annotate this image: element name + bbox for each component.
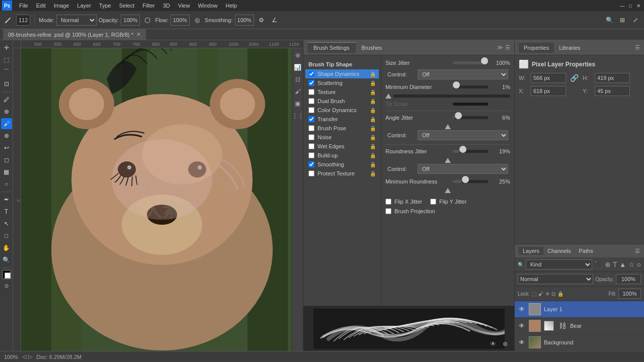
noise-item[interactable]: Noise 🔒	[305, 133, 379, 142]
restore-button[interactable]: □	[627, 2, 634, 9]
filter-btn-adj[interactable]: ⊕	[605, 260, 611, 268]
paths-tab[interactable]: Paths	[575, 247, 597, 255]
color-dynamics-checkbox[interactable]	[308, 107, 314, 113]
panel-btn-4[interactable]: 🖌	[293, 86, 303, 97]
layers-panel-menu[interactable]: ☰	[635, 248, 640, 254]
chain-icon[interactable]: 🔗	[568, 74, 581, 82]
gradient-tool[interactable]: ▦	[1, 166, 12, 177]
angle-control-select[interactable]: OffFade	[418, 130, 508, 140]
w-input[interactable]	[531, 73, 566, 83]
tilt-scale-slider-handle[interactable]	[385, 94, 391, 99]
size-control-select[interactable]: OffFadePen Pressure	[418, 69, 508, 79]
minimize-button[interactable]: —	[619, 2, 626, 9]
buildup-item[interactable]: Build-up 🔒	[305, 151, 379, 160]
bear-visibility-toggle[interactable]: 👁	[518, 322, 526, 330]
panel-btn-6[interactable]: ⋮⋮	[293, 111, 303, 121]
protect-texture-checkbox[interactable]	[308, 170, 314, 176]
eyedropper-tool[interactable]: 🖉	[1, 94, 12, 105]
panel-btn-3[interactable]: ⊡	[293, 74, 303, 84]
zoom-tool[interactable]: 🔍	[1, 254, 12, 265]
shape-dynamics-item[interactable]: Shape Dynamics 🔒	[305, 69, 379, 78]
brush-pose-checkbox[interactable]	[308, 125, 314, 131]
menu-filter[interactable]: Filter	[138, 2, 158, 10]
flow-value[interactable]: 100%	[173, 17, 187, 23]
hand-tool[interactable]: ✋	[1, 242, 12, 253]
menu-image[interactable]: Image	[50, 2, 73, 10]
angle-icon[interactable]: ∠	[269, 15, 280, 26]
preview-btn-1[interactable]: 👁	[488, 339, 498, 349]
opacity-value[interactable]: 100%	[123, 17, 137, 23]
properties-tab[interactable]: Properties	[519, 43, 554, 53]
menu-window[interactable]: Window	[194, 2, 221, 10]
wet-edges-item[interactable]: Wet Edges 🔒	[305, 142, 379, 151]
lock-artboard-icon[interactable]: ⊡	[551, 291, 555, 297]
path-select-tool[interactable]: ↖	[1, 218, 12, 229]
dual-brush-checkbox[interactable]	[308, 98, 314, 104]
brush-settings-tab[interactable]: Brush Settings	[307, 42, 356, 53]
view-icon[interactable]: ⊞	[617, 15, 628, 26]
layer-item-layer1[interactable]: 👁 Layer 1	[515, 301, 644, 318]
close-button[interactable]: ✕	[635, 2, 642, 9]
layers-tab[interactable]: Layers	[519, 247, 543, 255]
x-input[interactable]	[531, 86, 566, 96]
filter-btn-pixel[interactable]: ⬛	[594, 260, 603, 268]
texture-checkbox[interactable]	[308, 89, 314, 95]
flip-x-checkbox[interactable]	[385, 199, 391, 205]
roundness-control-select[interactable]: OffFade	[418, 164, 508, 174]
smoothing-item[interactable]: Smoothing 🔒	[305, 160, 379, 169]
smoothing-checkbox[interactable]	[308, 161, 314, 167]
color-dynamics-item[interactable]: Color Dynamics 🔒	[305, 106, 379, 115]
layer1-visibility-toggle[interactable]: 👁	[518, 305, 526, 313]
channels-tab[interactable]: Channels	[543, 247, 575, 255]
size-jitter-slider[interactable]	[453, 59, 488, 66]
bg-visibility-toggle[interactable]: 👁	[518, 338, 526, 346]
menu-type[interactable]: Type	[95, 2, 115, 10]
menu-select[interactable]: Select	[115, 2, 139, 10]
opacity-input[interactable]	[616, 274, 641, 284]
filter-btn-smart[interactable]: ☆	[628, 260, 635, 268]
flip-y-checkbox[interactable]	[430, 199, 436, 205]
layer-item-background[interactable]: 👁 Background	[515, 334, 644, 351]
scattering-item[interactable]: Scattering 🔒	[305, 78, 379, 87]
texture-item[interactable]: Texture 🔒	[305, 87, 379, 97]
h-input[interactable]	[595, 73, 630, 83]
heal-tool[interactable]: ⊕	[1, 106, 12, 117]
menu-view[interactable]: View	[174, 2, 194, 10]
noise-checkbox[interactable]	[308, 134, 314, 140]
lasso-tool[interactable]: ⌒	[1, 66, 12, 77]
menu-file[interactable]: File	[15, 2, 32, 10]
pen-tool[interactable]: ✒	[1, 194, 12, 205]
settings-icon[interactable]: ⚙	[256, 15, 267, 26]
mode-select[interactable]: Normal	[56, 15, 97, 26]
panel-expand-icon[interactable]: ≫	[497, 44, 503, 51]
dual-brush-item[interactable]: Dual Brush 🔒	[305, 97, 379, 106]
layer-filter-select[interactable]: Kind	[526, 259, 592, 269]
fill-input[interactable]	[618, 289, 641, 299]
tab-close-button[interactable]: ✕	[136, 31, 141, 38]
min-roundness-slider[interactable]	[453, 178, 488, 185]
flow-icon[interactable]: ◎	[192, 15, 203, 26]
menu-help[interactable]: Help	[222, 2, 242, 10]
brush-projection-checkbox[interactable]	[385, 208, 391, 214]
menu-edit[interactable]: Edit	[32, 2, 50, 10]
preview-btn-2[interactable]: ⊕	[500, 339, 510, 349]
search-icon[interactable]: 🔍	[604, 15, 615, 26]
move-tool[interactable]: ✛	[1, 42, 12, 53]
transfer-item[interactable]: Transfer 🔒	[305, 115, 379, 124]
eraser-tool[interactable]: ◻	[1, 154, 12, 165]
brush-tool[interactable]	[3, 15, 14, 26]
airbrush-toggle[interactable]: ⬡	[142, 15, 153, 26]
quick-mask-tool[interactable]: ⊙	[1, 280, 12, 291]
menu-layer[interactable]: Layer	[73, 2, 95, 10]
brush-pose-item[interactable]: Brush Pose 🔒	[305, 124, 379, 133]
wet-edges-checkbox[interactable]	[308, 143, 314, 149]
panel-btn-1[interactable]: ⊕	[293, 50, 303, 60]
dodge-tool[interactable]: ○	[1, 178, 12, 190]
expand-icon[interactable]: ⤢	[630, 15, 641, 26]
brushes-tab[interactable]: Brushes	[356, 43, 388, 53]
panel-btn-2[interactable]: 📊	[293, 62, 303, 72]
lock-transparent-icon[interactable]: ⬚	[532, 291, 536, 297]
lock-paint-icon[interactable]: 🖌	[538, 291, 543, 297]
scattering-checkbox[interactable]	[308, 80, 314, 86]
angle-handle[interactable]	[445, 124, 451, 129]
